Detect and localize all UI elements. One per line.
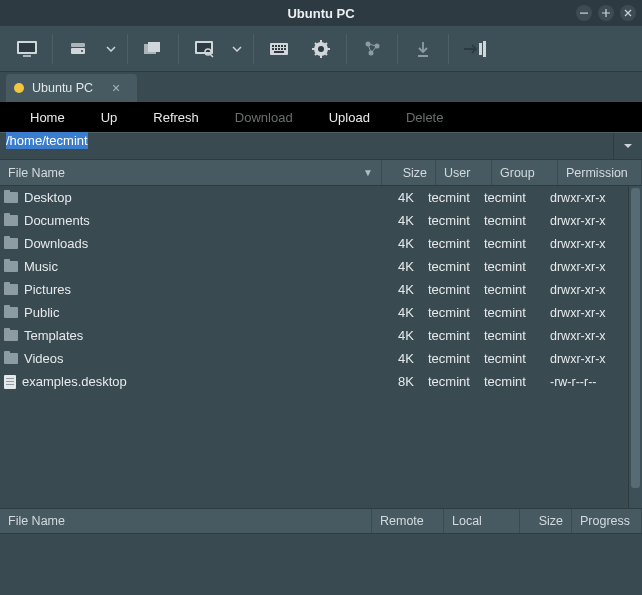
file-group: tecmint [478, 282, 544, 297]
path-history-dropdown[interactable] [614, 133, 642, 159]
svg-point-25 [318, 46, 324, 52]
file-row[interactable]: Pictures4Ktecminttecmintdrwxr-xr-x [0, 278, 642, 301]
xcolumn-progress[interactable]: Progress [572, 509, 642, 533]
file-permission: drwxr-xr-x [544, 237, 628, 251]
file-group: tecmint [478, 236, 544, 251]
delete-button[interactable]: Delete [388, 102, 462, 132]
transfer-header: File Name Remote Local Size Progress [0, 508, 642, 534]
file-size: 4K [368, 190, 422, 205]
path-input[interactable]: /home/tecmint [0, 133, 613, 159]
file-group: tecmint [478, 213, 544, 228]
folder-icon [4, 284, 18, 295]
maximize-button[interactable] [598, 5, 614, 21]
file-size: 8K [368, 374, 422, 389]
svg-rect-22 [284, 48, 286, 50]
svg-rect-23 [274, 51, 284, 53]
gear-icon[interactable] [300, 31, 342, 67]
computer-icon[interactable] [6, 31, 48, 67]
file-size: 4K [368, 328, 422, 343]
home-button[interactable]: Home [12, 102, 83, 132]
svg-rect-16 [281, 45, 283, 47]
file-row[interactable]: Videos4Ktecminttecmintdrwxr-xr-x [0, 347, 642, 370]
disk-dropdown-icon[interactable] [99, 31, 123, 67]
svg-rect-13 [272, 45, 274, 47]
download-button[interactable]: Download [217, 102, 311, 132]
svg-rect-14 [275, 45, 277, 47]
file-row[interactable]: Desktop4Ktecminttecmintdrwxr-xr-x [0, 186, 642, 209]
folder-icon [4, 330, 18, 341]
file-row[interactable]: Documents4Ktecminttecmintdrwxr-xr-x [0, 209, 642, 232]
file-list[interactable]: Desktop4Ktecminttecmintdrwxr-xr-xDocumen… [0, 186, 642, 508]
file-name-label: examples.desktop [22, 374, 127, 389]
folder-icon [4, 353, 18, 364]
minimize-button[interactable] [576, 5, 592, 21]
file-permission: drwxr-xr-x [544, 260, 628, 274]
search-icon[interactable] [183, 31, 225, 67]
download-icon[interactable] [402, 31, 444, 67]
refresh-button[interactable]: Refresh [135, 102, 217, 132]
disk-icon[interactable] [57, 31, 99, 67]
tab-ubuntu-pc[interactable]: Ubuntu PC × [6, 74, 137, 102]
svg-rect-20 [278, 48, 280, 50]
file-user: tecmint [422, 259, 478, 274]
column-permission[interactable]: Permission [558, 160, 642, 185]
svg-rect-30 [479, 43, 482, 55]
xcolumn-remote[interactable]: Remote [372, 509, 444, 533]
xcolumn-file-name[interactable]: File Name [0, 509, 372, 533]
file-name-label: Downloads [24, 236, 88, 251]
file-name-label: Pictures [24, 282, 71, 297]
file-user: tecmint [422, 236, 478, 251]
file-permission: drwxr-xr-x [544, 329, 628, 343]
file-user: tecmint [422, 190, 478, 205]
logout-icon[interactable] [453, 31, 499, 67]
network-icon[interactable] [351, 31, 393, 67]
file-size: 4K [368, 305, 422, 320]
file-row[interactable]: Public4Ktecminttecmintdrwxr-xr-x [0, 301, 642, 324]
svg-rect-19 [275, 48, 277, 50]
svg-rect-31 [483, 41, 486, 57]
tab-label: Ubuntu PC [32, 81, 93, 95]
file-user: tecmint [422, 351, 478, 366]
upload-button[interactable]: Upload [311, 102, 388, 132]
file-size: 4K [368, 351, 422, 366]
file-name-label: Music [24, 259, 58, 274]
scrollbar-thumb[interactable] [631, 188, 640, 488]
svg-rect-10 [197, 43, 211, 52]
path-value: /home/tecmint [6, 132, 88, 149]
svg-rect-8 [148, 42, 160, 52]
file-row[interactable]: Downloads4Ktecminttecmintdrwxr-xr-x [0, 232, 642, 255]
svg-rect-2 [19, 43, 35, 52]
column-size[interactable]: Size [382, 160, 436, 185]
file-name-label: Desktop [24, 190, 72, 205]
file-row[interactable]: examples.desktop8Ktecminttecmint-rw-r--r… [0, 370, 642, 393]
xcolumn-size[interactable]: Size [520, 509, 572, 533]
column-user[interactable]: User [436, 160, 492, 185]
file-size: 4K [368, 259, 422, 274]
up-button[interactable]: Up [83, 102, 136, 132]
file-row[interactable]: Music4Ktecminttecmintdrwxr-xr-x [0, 255, 642, 278]
file-permission: drwxr-xr-x [544, 191, 628, 205]
transfer-list[interactable] [0, 534, 642, 567]
file-row[interactable]: Templates4Ktecminttecmintdrwxr-xr-x [0, 324, 642, 347]
file-list-header: File Name ▼ Size User Group Permission [0, 160, 642, 186]
keyboard-icon[interactable] [258, 31, 300, 67]
file-group: tecmint [478, 374, 544, 389]
file-size: 4K [368, 236, 422, 251]
file-permission: drwxr-xr-x [544, 214, 628, 228]
close-button[interactable] [620, 5, 636, 21]
scrollbar[interactable] [628, 186, 642, 508]
column-file-name[interactable]: File Name ▼ [0, 160, 382, 185]
sort-indicator-icon: ▼ [363, 167, 373, 178]
svg-rect-0 [580, 13, 588, 14]
folder-icon [4, 192, 18, 203]
windows-icon[interactable] [132, 31, 174, 67]
tab-close-icon[interactable]: × [105, 80, 127, 96]
search-dropdown-icon[interactable] [225, 31, 249, 67]
file-user: tecmint [422, 305, 478, 320]
file-name-label: Templates [24, 328, 83, 343]
titlebar: Ubuntu PC [0, 0, 642, 26]
file-size: 4K [368, 213, 422, 228]
column-group[interactable]: Group [492, 160, 558, 185]
file-group: tecmint [478, 305, 544, 320]
xcolumn-local[interactable]: Local [444, 509, 520, 533]
